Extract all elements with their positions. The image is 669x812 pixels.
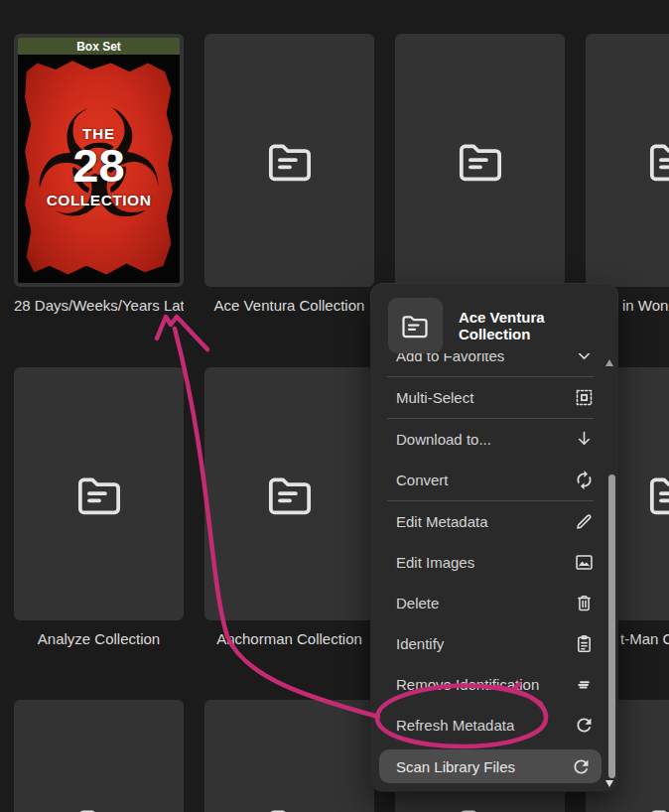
scrollbar-thumb[interactable] <box>608 474 615 778</box>
menu-item-identify[interactable]: Identify <box>371 623 617 664</box>
folder-tile[interactable] <box>204 367 374 620</box>
collection-card[interactable] <box>395 34 565 315</box>
folder-icon <box>646 802 669 812</box>
collection-title: Anchorman Collection <box>204 629 374 648</box>
sync-icon <box>574 470 595 490</box>
folder-tile[interactable] <box>204 34 374 287</box>
collection-card[interactable]: in Wond <box>586 34 669 315</box>
menu-item-add-to-favorites[interactable]: Add to Favorites <box>371 353 617 376</box>
menu-item-convert[interactable]: Convert <box>371 460 617 500</box>
folder-icon <box>456 802 505 812</box>
context-menu: Ace Ventura Collection Add to FavoritesM… <box>371 284 617 791</box>
menu-item-label: Scan Library Files <box>396 758 571 775</box>
folder-icon <box>74 470 124 519</box>
image-icon <box>574 552 595 573</box>
menu-item-label: Add to Favorites <box>396 353 574 364</box>
box-set-badge: Box Set <box>18 38 180 55</box>
collection-card[interactable]: Anchorman Collection <box>204 367 374 648</box>
context-menu-list: Add to FavoritesMulti-SelectDownload to.… <box>371 353 617 785</box>
menu-item-refresh-metadata[interactable]: Refresh Metadata <box>371 705 617 745</box>
menu-item-label: Edit Metadata <box>396 513 574 530</box>
menu-item-multi-select[interactable]: Multi-Select <box>371 377 617 418</box>
menu-item-label: Identify <box>396 635 574 652</box>
folder-icon <box>265 136 315 186</box>
library-page: Box Set☣THE28COLLECTION28 Days/Weeks/Yea… <box>0 0 669 812</box>
chevron-down-icon <box>574 353 595 366</box>
menu-item-remove-identification[interactable]: Remove Identification <box>371 664 617 705</box>
collection-title: Ace Ventura Collection <box>204 296 374 315</box>
folder-icon <box>388 298 443 353</box>
collection-title: 28 Days/Weeks/Years Lat <box>14 296 184 315</box>
scroll-up-arrow-icon[interactable] <box>605 359 613 366</box>
context-menu-header: Ace Ventura Collection <box>371 284 617 353</box>
menu-item-edit-metadata[interactable]: Edit Metadata <box>371 501 617 542</box>
menu-item-label: Convert <box>396 472 574 488</box>
annotation-arrow-head <box>157 317 207 349</box>
menu-item-label: Download to... <box>396 431 574 448</box>
folder-icon <box>265 470 315 519</box>
collection-title: Analyze Collection <box>14 629 184 648</box>
refresh-icon <box>574 715 595 736</box>
trash-icon <box>574 593 595 613</box>
menu-item-edit-images[interactable]: Edit Images <box>371 542 617 583</box>
menu-item-download-to[interactable]: Download to... <box>371 419 617 460</box>
refresh-icon <box>571 756 592 777</box>
menu-item-label: Remove Identification <box>396 676 574 693</box>
menu-item-label: Multi-Select <box>396 389 574 406</box>
menu-item-label: Delete <box>396 595 574 611</box>
collection-card[interactable] <box>14 700 184 812</box>
context-menu-title: Ace Ventura Collection <box>459 309 617 342</box>
clear-lines-icon <box>574 674 595 695</box>
poster-image: ☣THE28COLLECTION <box>18 55 180 283</box>
collection-card[interactable]: Box Set☣THE28COLLECTION28 Days/Weeks/Yea… <box>14 34 184 315</box>
multi-select-icon <box>574 387 595 408</box>
folder-tile[interactable] <box>14 700 184 812</box>
menu-item-label: Edit Images <box>396 554 574 571</box>
folder-tile[interactable] <box>395 34 565 287</box>
scroll-down-arrow-icon[interactable] <box>605 780 613 787</box>
folder-icon <box>646 136 669 186</box>
folder-icon <box>265 802 315 812</box>
folder-icon <box>74 802 124 812</box>
menu-item-delete[interactable]: Delete <box>371 583 617 623</box>
download-icon <box>574 429 595 450</box>
menu-item-scan-library-files[interactable]: Scan Library Files <box>379 749 602 783</box>
folder-icon <box>456 136 505 186</box>
collection-card[interactable] <box>204 700 374 812</box>
folder-tile[interactable] <box>204 700 374 812</box>
collection-card[interactable]: Analyze Collection <box>14 367 184 648</box>
clipboard-icon <box>574 633 595 654</box>
folder-tile[interactable] <box>586 34 669 287</box>
poster-tile[interactable]: Box Set☣THE28COLLECTION <box>14 34 184 287</box>
menu-item-label: Refresh Metadata <box>396 717 574 734</box>
pencil-icon <box>574 511 595 532</box>
collection-card[interactable]: Ace Ventura Collection <box>204 34 374 315</box>
folder-tile[interactable] <box>14 367 184 620</box>
folder-icon <box>646 470 669 519</box>
